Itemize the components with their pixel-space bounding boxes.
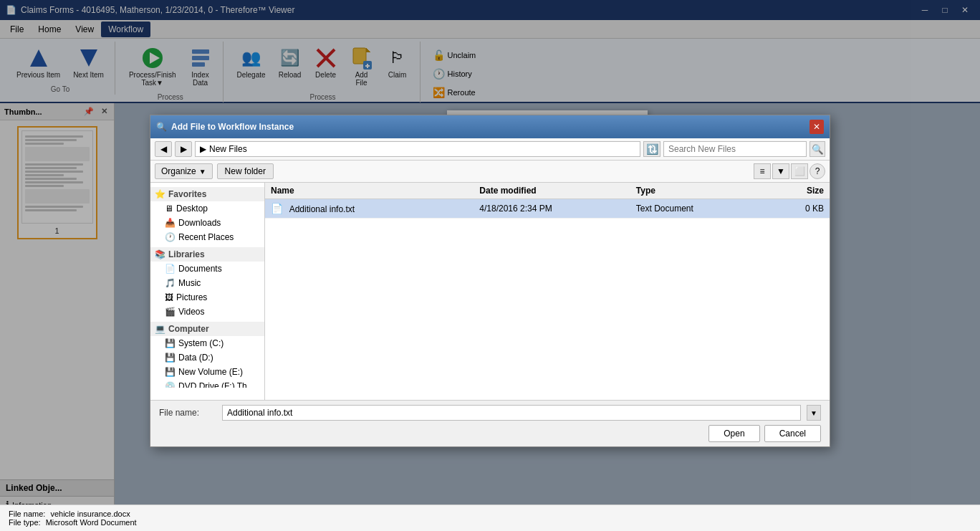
dialog-title-left: 🔍 Add File to Workflow Instance	[156, 122, 294, 132]
computer-label: Computer	[168, 324, 209, 334]
favorites-star-icon: ⭐	[155, 189, 165, 199]
bottom-filetype-label: File type:	[9, 518, 41, 527]
dialog-help-button[interactable]: ?	[810, 163, 825, 179]
computer-section: 💻 Computer 💾 System (C:) 💾 Data (D:)	[150, 322, 264, 388]
action-buttons: Open Cancel	[159, 425, 821, 442]
nav-search-input[interactable]	[663, 141, 807, 157]
nav-path: ▶ New Files	[195, 141, 640, 157]
tree-dvd-drive-f[interactable]: 💿 DVD Drive (F:) Th...	[150, 379, 264, 388]
file-name-0: 📄 Additional info.txt	[271, 203, 479, 214]
libraries-section: 📚 Libraries 📄 Documents 🎵 Music 🖼	[150, 247, 264, 319]
view-details-button[interactable]: ▼	[772, 163, 789, 179]
open-button[interactable]: Open	[708, 425, 759, 442]
computer-header: 💻 Computer	[150, 322, 264, 336]
organize-button[interactable]: Organize ▼	[155, 163, 213, 179]
videos-label: Videos	[178, 307, 204, 317]
favorites-label: Favorites	[168, 189, 206, 199]
dialog-title-icon: 🔍	[156, 122, 167, 132]
desktop-icon: 🖥	[165, 204, 173, 214]
tree-videos[interactable]: 🎬 Videos	[150, 305, 264, 319]
filename-dropdown[interactable]: ▼	[807, 405, 821, 421]
desktop-label: Desktop	[176, 204, 208, 214]
data-d-label: Data (D:)	[178, 353, 213, 363]
cancel-button[interactable]: Cancel	[764, 425, 821, 442]
view-preview-button[interactable]: ⬜	[791, 163, 808, 179]
tree-documents[interactable]: 📄 Documents	[150, 262, 264, 276]
dvd-drive-f-label: DVD Drive (F:) Th...	[178, 381, 254, 388]
downloads-icon: 📥	[165, 218, 176, 228]
file-list-area: 📄 Additional info.txt 4/18/2016 2:34 PM …	[265, 199, 830, 400]
tree-music[interactable]: 🎵 Music	[150, 276, 264, 290]
tree-desktop[interactable]: 🖥 Desktop	[150, 201, 264, 216]
file-row-0[interactable]: 📄 Additional info.txt 4/18/2016 2:34 PM …	[265, 199, 830, 219]
col-date-header: Date modified	[479, 186, 635, 196]
dialog-overlay: 🔍 Add File to Workflow Instance ✕ ◀ ▶ ▶ …	[0, 0, 980, 531]
new-folder-button[interactable]: New folder	[217, 163, 274, 179]
file-list: Name Date modified Type Size 📄 Additiona…	[265, 183, 830, 400]
dialog-body: ⭐ Favorites 🖥 Desktop 📥 Downloads 🕐	[150, 183, 830, 400]
dialog-title-text: Add File to Workflow Instance	[171, 122, 294, 132]
bottom-file-info: File name: vehicle insurance.docx File t…	[0, 504, 980, 531]
view-list-button[interactable]: ≡	[754, 163, 771, 179]
dialog-close-button[interactable]: ✕	[810, 120, 824, 134]
new-volume-e-icon: 💾	[165, 367, 176, 377]
add-file-dialog: 🔍 Add File to Workflow Instance ✕ ◀ ▶ ▶ …	[150, 115, 830, 447]
filename-input[interactable]	[222, 405, 801, 421]
tree-recent-places[interactable]: 🕐 Recent Places	[150, 230, 264, 244]
music-label: Music	[178, 278, 201, 288]
file-date-0: 4/18/2016 2:34 PM	[479, 204, 635, 214]
libraries-label: Libraries	[168, 249, 205, 259]
favorites-header: ⭐ Favorites	[150, 187, 264, 201]
file-icon-0: 📄	[271, 203, 283, 214]
tree-pictures[interactable]: 🖼 Pictures	[150, 290, 264, 305]
view-buttons: ≡ ▼ ⬜ ?	[754, 163, 825, 179]
pictures-label: Pictures	[176, 292, 207, 302]
nav-path-folder: New Files	[209, 144, 247, 154]
nav-path-arrow: ▶	[200, 144, 206, 154]
file-size-0: 0 KB	[740, 204, 824, 214]
dialog-nav-bar: ◀ ▶ ▶ New Files 🔃 🔍	[150, 138, 830, 161]
dialog-bottom: File name: ▼ Open Cancel	[150, 400, 830, 446]
tree-new-volume-e[interactable]: 💾 New Volume (E:)	[150, 365, 264, 379]
new-volume-e-label: New Volume (E:)	[178, 367, 243, 377]
computer-icon: 💻	[155, 324, 165, 334]
recent-places-icon: 🕐	[165, 232, 176, 242]
nav-forward-button[interactable]: ▶	[175, 141, 192, 157]
bottom-filetype-value: Microsoft Word Document	[46, 518, 137, 527]
recent-places-label: Recent Places	[178, 232, 234, 242]
music-icon: 🎵	[165, 278, 176, 288]
filename-row: File name: ▼	[159, 405, 821, 421]
file-list-header: Name Date modified Type Size	[265, 183, 830, 199]
system-c-icon: 💾	[165, 338, 176, 348]
favorites-section: ⭐ Favorites 🖥 Desktop 📥 Downloads 🕐	[150, 187, 264, 244]
nav-back-button[interactable]: ◀	[155, 141, 172, 157]
tree-system-c[interactable]: 💾 System (C:)	[150, 336, 264, 350]
documents-icon: 📄	[165, 264, 176, 274]
pictures-icon: 🖼	[165, 292, 173, 302]
col-name-header: Name	[271, 186, 479, 196]
bottom-filename-value: vehicle insurance.docx	[50, 510, 130, 518]
file-type-0: Text Document	[636, 204, 741, 214]
bottom-filename-label: File name:	[9, 510, 45, 518]
tree-downloads[interactable]: 📥 Downloads	[150, 216, 264, 230]
col-type-header: Type	[636, 186, 741, 196]
videos-icon: 🎬	[165, 307, 176, 317]
documents-label: Documents	[178, 264, 222, 274]
tree-data-d[interactable]: 💾 Data (D:)	[150, 350, 264, 365]
libraries-header: 📚 Libraries	[150, 247, 264, 262]
nav-refresh-button[interactable]: 🔃	[643, 141, 660, 157]
col-size-header: Size	[740, 186, 824, 196]
data-d-icon: 💾	[165, 353, 176, 363]
libraries-icon: 📚	[155, 249, 165, 259]
filename-label: File name:	[159, 408, 216, 418]
downloads-label: Downloads	[178, 218, 221, 228]
file-tree: ⭐ Favorites 🖥 Desktop 📥 Downloads 🕐	[150, 183, 265, 400]
dialog-titlebar: 🔍 Add File to Workflow Instance ✕	[150, 115, 830, 138]
dialog-toolbar: Organize ▼ New folder ≡ ▼ ⬜ ?	[150, 161, 830, 183]
system-c-label: System (C:)	[178, 338, 224, 348]
dvd-drive-f-icon: 💿	[165, 381, 176, 388]
organize-arrow: ▼	[199, 168, 206, 176]
nav-search-button[interactable]: 🔍	[810, 141, 825, 157]
organize-label: Organize	[161, 166, 196, 176]
